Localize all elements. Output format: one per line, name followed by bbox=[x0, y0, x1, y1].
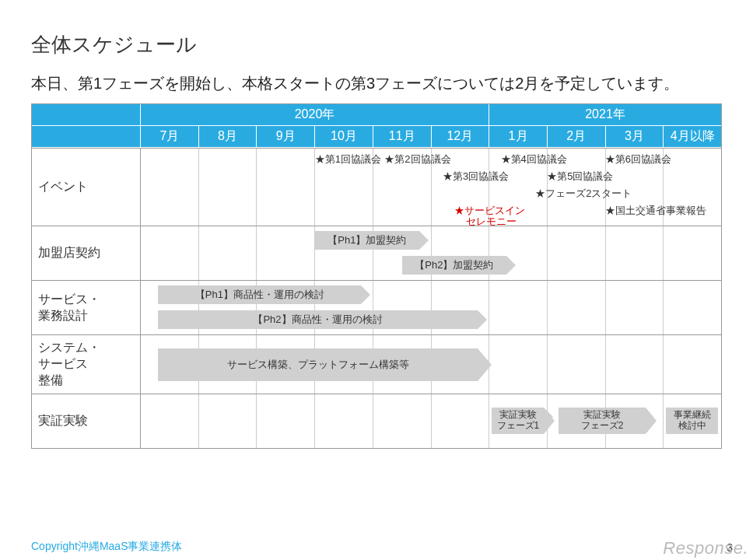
month-cell: 3月 bbox=[606, 126, 664, 148]
month-cell: 7月 bbox=[141, 126, 199, 148]
month-cell: 2月 bbox=[548, 126, 606, 148]
row-label-merchant: 加盟店契約 bbox=[32, 226, 141, 280]
schedule-grid: 2020年 2021年 7月 8月 9月 10月 11月 12月 1月 2月 3… bbox=[31, 103, 722, 449]
milestone: ★フェーズ2スタート bbox=[535, 187, 632, 200]
month-cell: 8月 bbox=[199, 126, 257, 148]
row-label-experiment: 実証実験 bbox=[32, 394, 141, 448]
month-cell: 4月以降 bbox=[664, 126, 721, 148]
copyright: Copyright沖縄MaaS事業連携体 bbox=[31, 540, 183, 554]
month-cell: 12月 bbox=[432, 126, 490, 148]
row-label-system: システム・ サービス 整備 bbox=[32, 335, 141, 394]
year-2021: 2021年 bbox=[489, 104, 721, 126]
milestone: ★第2回協議会 bbox=[384, 153, 450, 166]
month-cell: 1月 bbox=[489, 126, 548, 148]
month-cell: 9月 bbox=[257, 126, 315, 148]
milestone: ★第6回協議会 bbox=[605, 153, 671, 166]
row-label-event: イベント bbox=[32, 149, 141, 226]
year-2020: 2020年 bbox=[141, 104, 489, 126]
gantt-bar: 【Ph1】商品性・運用の検討 bbox=[158, 285, 361, 304]
gantt-bar: 【Ph1】加盟契約 bbox=[315, 231, 419, 250]
gantt-bar: 事業継続検討中 bbox=[666, 408, 718, 434]
milestone: ★国土交通省事業報告 bbox=[605, 205, 706, 217]
watermark: Response. bbox=[663, 538, 748, 558]
month-cell: 11月 bbox=[373, 126, 432, 148]
gantt-bar: 【Ph2】商品性・運用の検討 bbox=[158, 310, 477, 329]
row-label-service-design: サービス・ 業務設計 bbox=[32, 281, 141, 334]
gantt-bar: 実証実験フェーズ1 bbox=[492, 408, 544, 434]
milestone: ★第1回協議会 bbox=[315, 153, 381, 166]
gantt-bar: サービス構築、プラットフォーム構築等 bbox=[158, 348, 477, 381]
subtitle: 本日、第1フェーズを開始し、本格スタートの第3フェーズについては2月を予定してい… bbox=[31, 72, 722, 94]
page-title: 全体スケジュール bbox=[31, 31, 722, 58]
month-cell: 10月 bbox=[315, 126, 373, 148]
milestone: ★第3回協議会 bbox=[443, 170, 509, 183]
gantt-bar: 実証実験フェーズ2 bbox=[559, 408, 646, 434]
gantt-bar: 【Ph2】加盟契約 bbox=[402, 256, 506, 275]
milestone: ★第4回協議会 bbox=[501, 153, 567, 166]
milestone: ★第5回協議会 bbox=[547, 170, 613, 183]
